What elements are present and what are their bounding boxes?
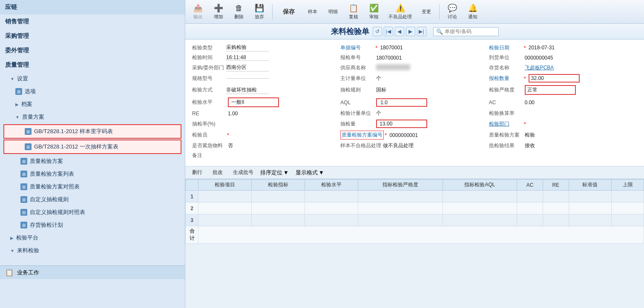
table-icon: ⊞ [20, 222, 27, 228]
output-button[interactable]: 📤 输出 [189, 2, 207, 22]
value-storage-name[interactable]: 飞超板PCBA [525, 64, 576, 71]
add-button[interactable]: ➕ 增加 [209, 2, 228, 22]
sidebar-item-gb-sample[interactable]: ⊞ GB/T2828.1-2012 样本里字码表 [3, 124, 181, 139]
cell-ac-1[interactable] [517, 191, 543, 202]
review-button[interactable]: 📋 复核 [344, 2, 363, 22]
cell-ac-2[interactable] [517, 202, 543, 214]
sidebar-label: 自定义抽检规则对照表 [30, 208, 85, 216]
cell-standard-2[interactable] [569, 202, 611, 214]
cell-aql-3[interactable] [443, 214, 517, 226]
cell-strictness-1[interactable] [358, 191, 443, 202]
search-icon: 🔍 [436, 29, 443, 35]
cell-item-1[interactable] [198, 191, 252, 202]
cell-upper-1[interactable] [612, 191, 644, 202]
sidebar-item-outsource[interactable]: 委外管理 [0, 43, 185, 58]
cell-indicator-3[interactable] [252, 214, 305, 226]
nav-refresh[interactable]: ↺ [373, 27, 382, 36]
sidebar-item-inventory[interactable]: ⊞ 存货验检计划 [0, 219, 185, 231]
sidebar-item-quality-inspection-list[interactable]: ⊞ 质量检验方案列表 [0, 168, 185, 180]
col-inspection-type: 检验类型 采购检验 [192, 44, 340, 51]
sidebar-item-custom-rule[interactable]: ⊞ 自定义抽检规则 [0, 193, 185, 206]
sidebar-label: 档案 [21, 100, 32, 108]
cell-standard-3[interactable] [569, 214, 611, 226]
sample-button[interactable]: 样本 [303, 7, 322, 17]
options-icon: ⊞ [15, 88, 22, 95]
detail-button[interactable]: 明细 [324, 7, 342, 17]
cell-ac-3[interactable] [517, 214, 543, 226]
sort-dropdown[interactable]: 排序定位 ▼ [260, 169, 289, 177]
label-re: RE [192, 111, 226, 117]
cell-item-2[interactable] [198, 202, 252, 214]
defect-button[interactable]: ⚠️ 不良品处理 [385, 2, 415, 22]
cell-aql-1[interactable] [443, 191, 517, 202]
required-asterisk: * [375, 45, 377, 51]
cell-re-1[interactable] [543, 191, 569, 202]
sidebar-item-sales[interactable]: 销售管理 [0, 14, 185, 29]
cell-upper-2[interactable] [612, 202, 644, 214]
cell-re-2[interactable] [543, 202, 569, 214]
approve-button[interactable]: ✅ 审核 [365, 2, 383, 22]
form-row-remarks: 备注 [192, 152, 637, 159]
cell-strictness-3[interactable] [358, 214, 443, 226]
cell-item-3[interactable] [198, 214, 252, 226]
sidebar-item-inspection-platform[interactable]: ▶ 检验平台 [0, 231, 185, 244]
nav-prev[interactable]: ◀ [395, 27, 404, 36]
label-inspection-dept[interactable]: 检验部门 [489, 120, 523, 128]
cell-aql-2[interactable] [443, 202, 517, 214]
delete-label: 删除 [234, 14, 244, 20]
cell-indicator-1[interactable] [252, 191, 305, 202]
sidebar-label: 检验平台 [16, 234, 38, 242]
cell-level-1[interactable] [305, 191, 358, 202]
sidebar-label: 自定义抽检规则 [30, 196, 69, 203]
sidebar-item-settings[interactable]: ▼ 设置 [0, 72, 185, 85]
generate-batch-button[interactable]: 生成批号 [230, 168, 257, 177]
sidebar-item-purchase[interactable]: 采购管理 [0, 29, 185, 43]
expand-icon: ▶ [15, 102, 19, 107]
value-aql: 1.0 [376, 98, 427, 107]
sidebar-item-quality-inspection-plan[interactable]: ⊞ 质量检验方案 [0, 155, 185, 168]
sidebar-item-quality-plan[interactable]: ▼ 质量方案 [0, 111, 185, 123]
label-inspection-type: 检验类型 [192, 44, 226, 51]
sidebar: 应链 销售管理 采购管理 委外管理 质量管理 ▼ 设置 ⊞ 选项 ▶ 档案 ▼ … [0, 0, 185, 308]
discuss-button[interactable]: 💬 讨论 [443, 2, 462, 22]
batch-edit-button[interactable]: 批改 [209, 168, 226, 177]
sidebar-item-archive[interactable]: ▶ 档案 [0, 98, 185, 111]
label-supplier: 供应商名称 [340, 64, 374, 71]
sidebar-item-gb-sampling[interactable]: ⊞ GB/T2828.1-2012 一次抽样方案表 [3, 140, 181, 154]
sidebar-item-quality-compare[interactable]: ⊞ 质量检验方案对照表 [0, 180, 185, 193]
cell-strictness-2[interactable] [358, 202, 443, 214]
col-batch-result: 批检验结果 接收 [489, 142, 637, 149]
sidebar-item-supply-chain[interactable]: 应链 [0, 0, 185, 14]
cell-upper-3[interactable] [612, 214, 644, 226]
cell-standard-1[interactable] [569, 191, 611, 202]
nav-next[interactable]: ▶ [406, 27, 415, 36]
col-header-upper: 上限 [612, 180, 644, 191]
delete-button[interactable]: 🗑 删除 [230, 2, 248, 22]
sidebar-item-incoming[interactable]: ▼ 来料检验 [0, 244, 185, 257]
nav-first[interactable]: |◀ [384, 27, 393, 36]
cell-level-2[interactable] [305, 202, 358, 214]
search-box[interactable]: 🔍 [433, 27, 499, 36]
change-button[interactable]: 变更 [417, 7, 436, 17]
business-work-icon: 📋 [5, 268, 14, 277]
delete-row-button[interactable]: 删行 [189, 168, 206, 177]
cell-level-3[interactable] [305, 214, 358, 226]
table-icon: ⊞ [25, 143, 32, 150]
sidebar-item-options[interactable]: ⊞ 选项 [0, 85, 185, 98]
sidebar-item-quality[interactable]: 质量管理 [0, 58, 185, 72]
nav-last[interactable]: ▶| [417, 27, 426, 36]
search-input[interactable] [445, 29, 496, 34]
business-work-label[interactable]: 业务工作 [17, 269, 39, 277]
cell-indicator-2[interactable] [252, 202, 305, 214]
abandon-button[interactable]: 💾 放弃 [250, 2, 269, 22]
form-row-4: 规格型号 主计量单位 个 报检数量 * 32.00 [192, 74, 637, 83]
notify-icon: 🔔 [468, 3, 477, 13]
display-dropdown[interactable]: 显示格式 ▼ [296, 169, 324, 177]
sidebar-label: 采购管理 [5, 32, 29, 40]
save-button[interactable]: 保存 [276, 6, 302, 17]
notify-button[interactable]: 🔔 通知 [463, 2, 482, 22]
nav-controls: ↺ |◀ ◀ ▶ ▶| [373, 27, 426, 36]
sidebar-item-custom-compare[interactable]: ⊞ 自定义抽检规则对照表 [0, 206, 185, 219]
sidebar-label: 设置 [17, 75, 28, 83]
cell-re-3[interactable] [543, 214, 569, 226]
